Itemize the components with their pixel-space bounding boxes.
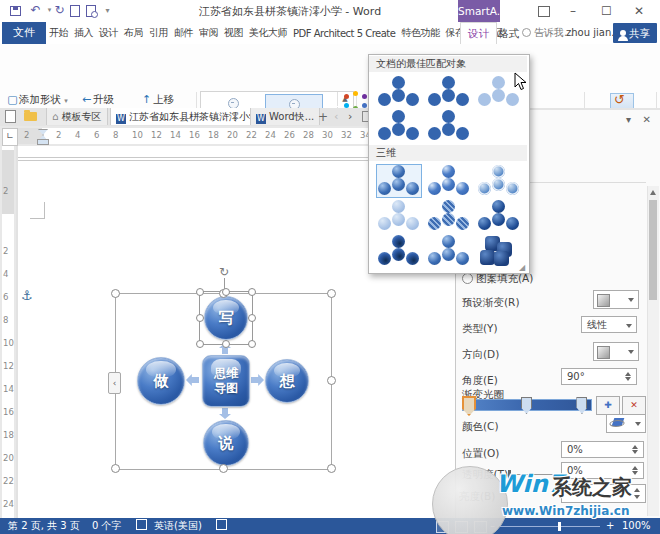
preset-gradient-dropdown[interactable] [593, 290, 639, 309]
ribbon-tab-6[interactable]: 审阅 [196, 26, 221, 40]
shape-handle[interactable] [222, 288, 230, 296]
shape-handle[interactable] [196, 288, 204, 296]
spinner-arrows-icon[interactable] [623, 369, 634, 384]
save-icon[interactable] [10, 6, 21, 16]
smartart-style-thumbnail-gloss[interactable] [427, 235, 471, 267]
gradient-stop-handle[interactable] [576, 397, 587, 414]
pattern-fill-radio[interactable] [462, 273, 473, 284]
color-picker-button[interactable] [606, 414, 646, 433]
selection-handle[interactable] [327, 289, 336, 298]
pane-options-icon[interactable]: ▾ [626, 114, 631, 125]
undo-icon[interactable]: ↶ [29, 4, 42, 17]
close-button[interactable]: ✕ [634, 5, 644, 17]
rotation-handle[interactable]: ↻ [219, 265, 229, 279]
ribbon-tab-3[interactable]: 布局 [121, 26, 146, 40]
language-indicator[interactable]: 英语(美国) [154, 518, 202, 534]
selection-handle[interactable] [111, 289, 120, 298]
ribbon-tab-5[interactable]: 邮件 [171, 26, 196, 40]
center-text-line1: 思维 [214, 366, 238, 381]
angle-spinner[interactable]: 90° [561, 368, 637, 385]
selection-handle[interactable] [327, 376, 336, 385]
ribbon-tab-2[interactable]: 设计 [96, 26, 121, 40]
maximize-button[interactable]: ☐ [601, 5, 612, 17]
spinner-arrows-icon[interactable] [630, 442, 641, 457]
tab-scroll-right-icon[interactable]: › [348, 110, 352, 124]
minimize-button[interactable]: – [570, 5, 576, 17]
smartart-style-thumbnail-cube[interactable] [477, 235, 521, 267]
smartart-style-thumbnail-flat[interactable] [377, 76, 421, 108]
tab-scroll-left-icon[interactable]: ‹ [334, 110, 338, 124]
ribbon-tab-0[interactable]: 开始 [46, 26, 71, 40]
selection-handle[interactable] [111, 464, 120, 473]
scroll-up-icon[interactable] [650, 190, 656, 195]
ribbon-tab-1[interactable]: 插入 [71, 26, 96, 40]
selection-handle[interactable] [327, 464, 336, 473]
gradient-stop-handle[interactable] [462, 396, 476, 416]
smartart-node-right[interactable]: 想 [265, 359, 309, 403]
text-pane-toggle[interactable]: ‹ [108, 372, 121, 394]
macro-record-icon[interactable] [216, 518, 227, 534]
file-tab[interactable]: 文件 [2, 22, 46, 44]
smartart-style-thumbnail-light3d[interactable] [377, 200, 421, 232]
print-preview-icon[interactable] [86, 5, 96, 17]
share-button[interactable]: 共享 [613, 23, 657, 43]
gradient-stop-handle[interactable] [521, 397, 532, 414]
pane-close-icon[interactable]: ✕ [643, 114, 651, 125]
redo-icon[interactable]: ↻ [53, 4, 66, 17]
smartart-style-thumbnail-ring[interactable] [477, 165, 521, 197]
vertical-ruler[interactable]: 224681012141618202224 [0, 146, 16, 518]
open-folder-icon[interactable] [24, 112, 37, 121]
selection-handle[interactable] [219, 464, 228, 473]
page-indicator[interactable]: 第 2 页, 共 3 页 [8, 518, 80, 534]
shape-handle[interactable] [196, 340, 204, 348]
ribbon-display-options-icon[interactable] [538, 6, 550, 17]
direction-dropdown[interactable] [593, 342, 639, 361]
smartart-style-thumbnail-gloss2[interactable] [427, 165, 471, 197]
word-count[interactable]: 0 个字 [92, 518, 122, 534]
move-up-button[interactable]: ↑上移 [140, 91, 174, 108]
remove-gradient-stop-button[interactable]: ✕ [622, 396, 646, 415]
ribbon-tab-8[interactable]: 美化大师 [246, 26, 290, 40]
shape-handle[interactable] [222, 340, 230, 348]
smartart-style-thumbnail-flat[interactable] [377, 110, 421, 142]
smartart-node-center[interactable]: 思维 导图 [202, 355, 250, 407]
scrollbar-thumb[interactable] [649, 200, 657, 300]
add-gradient-stop-button[interactable]: ✚ [596, 396, 620, 415]
new-tab-button[interactable]: + [318, 110, 328, 124]
smartart-style-thumbnail-dark[interactable] [477, 200, 521, 232]
smartart-style-thumbnail-flat[interactable] [427, 110, 471, 142]
smartart-node-bottom[interactable]: 说 [203, 420, 249, 466]
tab-template-zone[interactable]: ⌂ 模板专区 [46, 108, 108, 125]
smartart-style-thumbnail-metal[interactable] [377, 235, 421, 267]
smartart-style-thumbnail-gloss[interactable] [377, 165, 421, 197]
tab-second-document[interactable]: WWord快... [250, 108, 320, 125]
add-shape-button[interactable]: ▢添加形状 ▾ [6, 91, 68, 108]
new-document-icon[interactable] [70, 5, 80, 17]
shape-handle[interactable] [248, 314, 256, 322]
window-title: 江苏省如东县栟茶镇浒澪小学 - Word [160, 4, 420, 19]
ribbon-tab-7[interactable]: 视图 [221, 26, 246, 40]
ribbon-tab-9[interactable]: PDF Architect 5 Create [290, 28, 398, 39]
smartart-node-top[interactable]: 写 [204, 296, 248, 340]
ruler-number: 16 [3, 407, 14, 417]
smartart-style-thumbnail-flat[interactable] [427, 76, 471, 108]
left-indent-marker[interactable] [37, 139, 49, 145]
type-dropdown[interactable]: 线性 [581, 316, 637, 333]
panel-resize-handle[interactable]: ◢ [519, 263, 525, 272]
style-dot-icon [456, 127, 469, 140]
tab-selector[interactable]: ∟ [2, 128, 18, 146]
shape-handle[interactable] [248, 288, 256, 296]
new-document-tab-icon[interactable] [5, 110, 16, 123]
proofing-icon[interactable] [136, 518, 147, 534]
promote-button[interactable]: ←升级 [80, 91, 114, 108]
gradient-stops-slider[interactable] [462, 399, 592, 411]
smartart-style-thumbnail-sketch[interactable] [427, 200, 471, 232]
smartart-node-left[interactable]: 做 [137, 357, 185, 405]
shape-handle[interactable] [248, 340, 256, 348]
ribbon-tab-4[interactable]: 引用 [146, 26, 171, 40]
tab-smartart-format[interactable]: 格式 [492, 22, 525, 44]
ribbon-tab-10[interactable]: 特色功能 [398, 26, 442, 40]
qat-customize-icon[interactable]: ▾ [101, 4, 114, 17]
position-spinner[interactable]: 0% [561, 441, 644, 458]
shape-handle[interactable] [196, 314, 204, 322]
